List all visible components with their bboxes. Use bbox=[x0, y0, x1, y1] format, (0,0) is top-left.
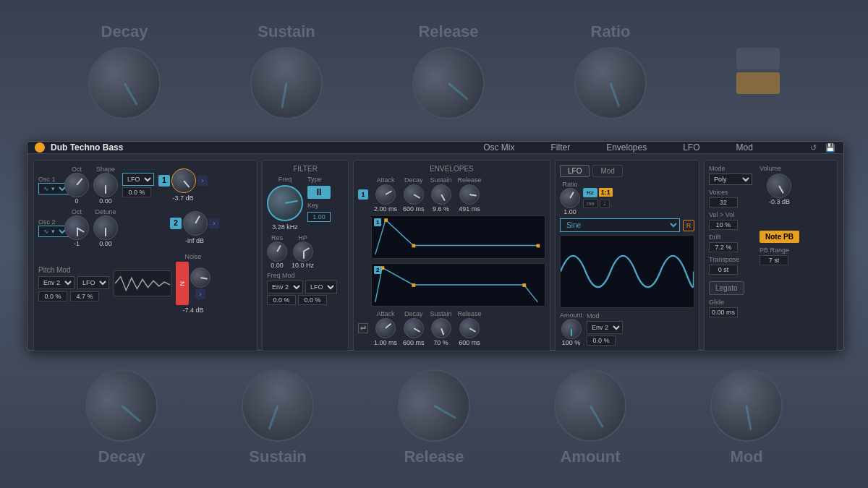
osc1-oct-knob[interactable] bbox=[64, 173, 89, 197]
panel-body: Osc 1 ∿ ▾ Oct 0 Shape 0.00 bbox=[27, 154, 843, 357]
env2-release-knob[interactable] bbox=[459, 318, 480, 338]
bg-release2-group: Release bbox=[398, 369, 470, 466]
refresh-icon[interactable]: ↺ bbox=[807, 142, 819, 153]
filter-hp-section: HP 10.0 Hz bbox=[292, 234, 314, 269]
osc2-level-knob[interactable] bbox=[183, 211, 208, 236]
env1-number: 1 bbox=[358, 189, 368, 200]
osc1-shape-group: Shape 0.00 bbox=[93, 165, 118, 205]
bg-amount-label: Amount bbox=[560, 448, 620, 466]
filter-bottom: Res 0.00 HP 10.0 Hz bbox=[267, 234, 344, 269]
lfo-mod-select[interactable]: Env 2 bbox=[587, 321, 623, 334]
glide-label: Glide bbox=[709, 299, 752, 306]
env2-sustain-knob[interactable] bbox=[431, 318, 451, 338]
env2-sustain-col: Sustain 70 % bbox=[430, 309, 452, 346]
note-pb-btn[interactable]: Note PB bbox=[760, 231, 799, 243]
env1-release-col: Release 491 ms bbox=[458, 176, 482, 213]
volume-item: Volume -0.3 dB bbox=[760, 165, 799, 205]
osc1-lfo-group: LFO 0.0 % bbox=[122, 173, 154, 197]
lfo-ratio-knob[interactable] bbox=[560, 188, 580, 208]
env1-attack-col: Attack 2.00 ms bbox=[374, 176, 397, 213]
env1-release-knob[interactable] bbox=[459, 184, 480, 205]
pitch-env-select[interactable]: Env 2 bbox=[38, 276, 75, 289]
env2-attack-knob[interactable] bbox=[375, 318, 396, 338]
env-title: Envelopes bbox=[358, 165, 545, 173]
bg-mod-knob bbox=[700, 359, 793, 451]
filter-hp-knob[interactable] bbox=[293, 241, 313, 262]
pb-range-item: PB Range 7 st bbox=[760, 247, 799, 265]
env1-sustain-knob[interactable] bbox=[431, 184, 451, 205]
freq-mod-env-select[interactable]: Env 2 bbox=[267, 281, 303, 294]
osc1-label: Osc 1 ∿ ▾ bbox=[38, 176, 60, 194]
ratio-btn[interactable]: 1:1 bbox=[599, 188, 613, 197]
noise-knob[interactable] bbox=[190, 267, 210, 288]
noise-label: Noise bbox=[184, 253, 201, 260]
filter-body: Freq 3.28 kHz Type II Key 1.00 bbox=[267, 176, 344, 231]
lfo-amount-knob[interactable] bbox=[561, 319, 582, 339]
legato-row: Legato bbox=[709, 281, 752, 295]
env2-copy-btn[interactable]: ⇄ bbox=[358, 323, 368, 333]
lfo-wave-row: Sine R bbox=[560, 218, 694, 232]
glide-item: Glide 0.00 ms bbox=[709, 299, 752, 317]
osc2-oct-knob[interactable] bbox=[64, 215, 89, 240]
tab-filter[interactable]: Filter bbox=[547, 142, 574, 153]
bg-sustain-group: Sustain bbox=[250, 22, 323, 119]
transpose-label: Transpose bbox=[709, 256, 752, 263]
tab-mod[interactable]: Mod bbox=[733, 142, 757, 153]
filter-right: Type II Key 1.00 bbox=[307, 176, 331, 222]
svg-rect-1 bbox=[412, 244, 415, 248]
env2-decay-col: Decay 600 ms bbox=[403, 309, 425, 346]
voices-label: Voices bbox=[709, 189, 752, 196]
noise-arrow[interactable]: › bbox=[195, 289, 205, 299]
bg-sustain2-label: Sustain bbox=[249, 448, 306, 466]
osc1-arrow[interactable]: › bbox=[197, 176, 208, 186]
lfo-reset-btn[interactable]: R bbox=[683, 220, 694, 231]
bg-decay-group: Decay bbox=[88, 22, 161, 119]
freq-mod-row: Freq Mod bbox=[267, 272, 344, 279]
save-icon[interactable]: 💾 bbox=[825, 142, 836, 153]
bg-decay2-group: Decay bbox=[85, 369, 158, 466]
env2-decay-knob[interactable] bbox=[404, 318, 424, 338]
tab-envelopes[interactable]: Envelopes bbox=[603, 142, 650, 153]
filter-type-display[interactable]: II bbox=[307, 186, 331, 199]
pitch-lfo-select[interactable]: LFO bbox=[77, 276, 109, 289]
section-tabs: Osc Mix Filter Envelopes LFO Mod bbox=[429, 142, 807, 153]
osc1-level-knob[interactable] bbox=[171, 168, 196, 193]
tab-osc-mix[interactable]: Osc Mix bbox=[480, 142, 518, 153]
filter-res-knob[interactable] bbox=[267, 241, 287, 262]
osc2-detune-knob[interactable] bbox=[93, 215, 118, 240]
osc2-mix-group: 2 › -inf dB bbox=[170, 211, 219, 244]
env1-attack-knob[interactable] bbox=[375, 184, 396, 205]
filter-key-display[interactable]: 1.00 bbox=[307, 212, 331, 222]
env1-decay-knob[interactable] bbox=[404, 184, 424, 205]
osc1-shape-knob[interactable] bbox=[93, 173, 118, 197]
tab-lfo[interactable]: LFO bbox=[679, 142, 703, 153]
volume-knob[interactable] bbox=[767, 174, 791, 198]
hz-btn[interactable]: Hz bbox=[583, 188, 597, 197]
bg-top: Decay Sustain Release Ratio bbox=[0, 0, 868, 141]
bg-sustain-label: Sustain bbox=[258, 22, 315, 41]
freq-mod-lfo-select[interactable]: LFO bbox=[305, 281, 337, 294]
noise-area: Noise N › -7.4 dB bbox=[176, 253, 210, 314]
lfo-tab[interactable]: LFO bbox=[560, 165, 590, 177]
osc2-arrow[interactable]: › bbox=[209, 218, 219, 228]
lfo-amount-row: Amount 100 % Mod Env 2 0.0 % bbox=[560, 311, 694, 346]
osc2-db: -inf dB bbox=[185, 237, 204, 244]
voices-value: 32 bbox=[709, 197, 738, 207]
legato-btn[interactable]: Legato bbox=[709, 281, 744, 295]
noise-type-btn[interactable]: N bbox=[176, 262, 189, 305]
osc1-lfo-select[interactable]: LFO bbox=[122, 173, 154, 186]
voice-body: Mode Poly Voices 32 Vel > Vol 10 % bbox=[709, 165, 833, 317]
osc1-badge: 1 bbox=[158, 175, 170, 187]
lfo-hz-ms: Hz 1:1 ms ♩ bbox=[583, 188, 613, 208]
lfo-shape-select[interactable]: Sine bbox=[560, 218, 680, 232]
filter-freq-label: Freq bbox=[278, 176, 292, 183]
lfo-header: LFO Mod bbox=[560, 165, 694, 177]
mod-tab[interactable]: Mod bbox=[592, 165, 622, 177]
filter-freq-knob[interactable] bbox=[267, 185, 303, 221]
volume-label: Volume bbox=[760, 165, 799, 172]
ms-btn[interactable]: ms bbox=[583, 199, 598, 208]
voice-left: Mode Poly Voices 32 Vel > Vol 10 % bbox=[709, 165, 752, 317]
note-btn[interactable]: ♩ bbox=[600, 199, 610, 208]
svg-rect-4 bbox=[412, 283, 415, 287]
mode-select[interactable]: Poly bbox=[709, 174, 752, 185]
